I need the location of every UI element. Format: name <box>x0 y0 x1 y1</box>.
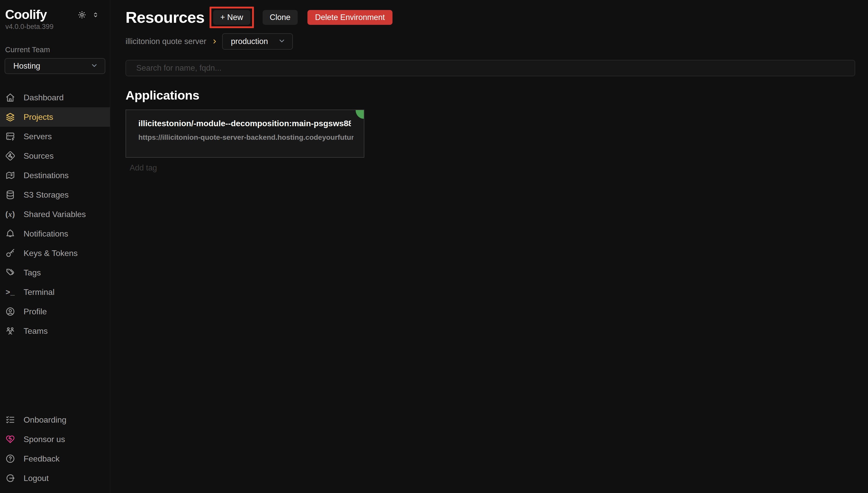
breadcrumb-project-link[interactable]: illicitonion quote server <box>126 37 206 46</box>
annotation-highlight: + New <box>210 7 254 28</box>
environment-select-value: production <box>231 37 268 46</box>
sidebar-item-label: Logout <box>24 474 49 483</box>
sidebar-item-label: S3 Storages <box>24 190 69 200</box>
logo-icons <box>78 10 99 19</box>
sidebar-item-label: Tags <box>24 268 41 277</box>
app-version: v4.0.0-beta.399 <box>5 23 110 31</box>
sidebar-item-feedback[interactable]: Feedback <box>0 449 110 468</box>
search-input[interactable] <box>126 60 855 76</box>
sidebar-item-label: Sponsor us <box>24 435 65 444</box>
sidebar-item-projects[interactable]: Projects <box>0 107 110 127</box>
sidebar-item-tags[interactable]: Tags <box>0 263 110 282</box>
clone-button[interactable]: Clone <box>263 10 298 25</box>
home-icon <box>5 92 16 103</box>
sidebar-item-onboarding[interactable]: Onboarding <box>0 410 110 430</box>
chevron-right-icon <box>211 38 218 45</box>
application-url: https://illicitonion-quote-server-backen… <box>138 133 354 142</box>
sidebar: Coolify v4.0.0-beta.399 Current Team Hos… <box>0 0 110 493</box>
sidebar-item-profile[interactable]: Profile <box>0 302 110 321</box>
status-running-indicator <box>356 110 364 119</box>
tag-icon <box>5 267 16 278</box>
server-icon <box>5 131 16 142</box>
sidebar-item-label: Sources <box>24 151 54 161</box>
applications-heading: Applications <box>126 88 855 102</box>
breadcrumb: illicitonion quote server production <box>126 33 855 50</box>
sidebar-item-keys-tokens[interactable]: Keys & Tokens <box>0 243 110 263</box>
current-team-label: Current Team <box>5 46 110 54</box>
sidebar-item-terminal[interactable]: >_Terminal <box>0 282 110 302</box>
sidebar-item-label: Notifications <box>24 229 68 239</box>
sidebar-item-label: Keys & Tokens <box>24 249 78 258</box>
sidebar-item-label: Teams <box>24 326 48 336</box>
sidebar-item-label: Profile <box>24 307 47 316</box>
sidebar-item-dashboard[interactable]: Dashboard <box>0 88 110 107</box>
key-icon <box>5 248 16 259</box>
sidebar-item-label: Servers <box>24 132 52 141</box>
layers-icon <box>5 111 16 123</box>
page-title: Resources <box>126 9 204 26</box>
team-select-value: Hosting <box>13 61 40 71</box>
team-select[interactable]: Hosting <box>5 58 105 74</box>
sponsor-heart-icon <box>5 434 16 445</box>
teams-icon <box>5 325 16 337</box>
sidebar-item-label: Onboarding <box>24 415 66 425</box>
environment-select[interactable]: production <box>222 33 293 50</box>
sidebar-item-label: Projects <box>24 112 53 122</box>
sidebar-item-notifications[interactable]: Notifications <box>0 224 110 243</box>
logo-row: Coolify <box>0 0 110 22</box>
sidebar-item-label: Shared Variables <box>24 210 86 219</box>
terminal-icon: >_ <box>5 286 16 298</box>
add-tag-input[interactable]: Add tag <box>126 163 855 173</box>
sidebar-item-s3-storages[interactable]: S3 Storages <box>0 185 110 205</box>
coolify-app: Coolify v4.0.0-beta.399 Current Team Hos… <box>0 0 868 493</box>
checklist-icon <box>5 414 16 425</box>
chevron-down-icon <box>90 62 98 70</box>
app-logo: Coolify <box>5 8 47 22</box>
bell-icon <box>5 228 16 239</box>
sidebar-item-sources[interactable]: Sources <box>0 146 110 166</box>
sidebar-item-label: Dashboard <box>24 93 64 102</box>
unfold-selector-icon[interactable] <box>92 11 99 18</box>
sidebar-item-servers[interactable]: Servers <box>0 127 110 146</box>
sidebar-item-label: Terminal <box>24 287 55 297</box>
sidebar-footer-nav: OnboardingSponsor usFeedbackLogout <box>0 410 110 493</box>
sidebar-item-teams[interactable]: Teams <box>0 321 110 341</box>
delete-environment-button[interactable]: Delete Environment <box>307 10 392 25</box>
header-row: Resources + New Clone Delete Environment <box>126 7 855 28</box>
logout-icon <box>5 473 16 484</box>
new-button[interactable]: + New <box>213 10 250 25</box>
application-card[interactable]: illicitestonion/-module--decomposition:m… <box>126 110 364 158</box>
sidebar-item-logout[interactable]: Logout <box>0 468 110 488</box>
sidebar-item-label: Feedback <box>24 454 60 464</box>
map-icon <box>5 170 16 181</box>
variable-icon: (x) <box>5 209 16 220</box>
help-icon <box>5 453 16 464</box>
sidebar-item-sponsor-us[interactable]: Sponsor us <box>0 430 110 449</box>
profile-icon <box>5 306 16 317</box>
sidebar-nav: DashboardProjectsServersSourcesDestinati… <box>0 88 110 341</box>
theme-sun-icon[interactable] <box>78 10 86 19</box>
application-title: illicitestonion/-module--decomposition:m… <box>138 119 351 128</box>
git-source-icon <box>5 150 16 162</box>
chevron-down-icon <box>278 37 286 46</box>
sidebar-item-destinations[interactable]: Destinations <box>0 166 110 185</box>
sidebar-item-label: Destinations <box>24 171 69 180</box>
database-icon <box>5 189 16 200</box>
main-content: Resources + New Clone Delete Environment… <box>110 0 868 493</box>
sidebar-item-shared-variables[interactable]: (x)Shared Variables <box>0 205 110 224</box>
